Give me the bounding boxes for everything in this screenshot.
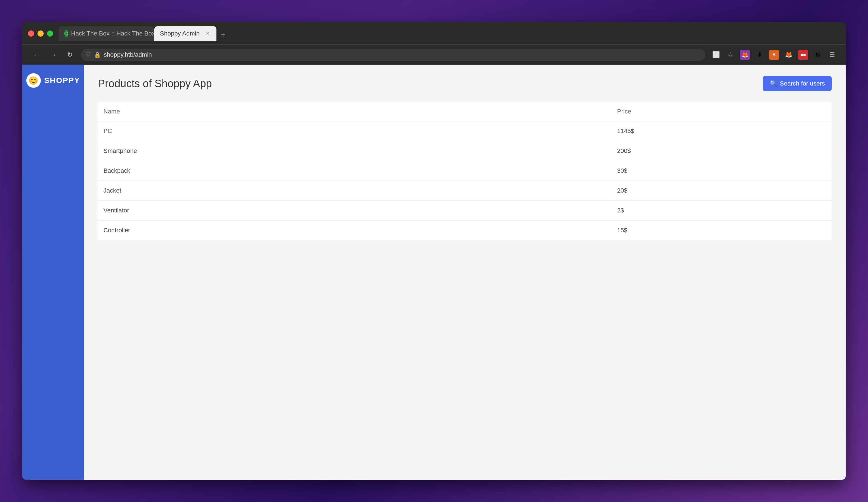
translate-icon[interactable]: ⬜ xyxy=(711,50,721,60)
product-name: Smartphone xyxy=(98,141,612,161)
table-row: Ventilator2$ xyxy=(98,201,831,221)
back-button[interactable]: ← xyxy=(31,49,42,60)
foxy-icon[interactable]: 🦊 xyxy=(784,50,794,60)
table-row: Backpack30$ xyxy=(98,161,831,181)
pocket-icon[interactable]: 🦊 xyxy=(740,50,750,60)
products-tbody: PC1145$Smartphone200$Backpack30$Jacket20… xyxy=(98,121,831,240)
url-text: shoppy.htb/admin xyxy=(104,51,152,59)
browser-content: 😊 SHOPPY Products of Shoppy App 🔍 Search… xyxy=(22,65,846,480)
search-button-label: Search for users xyxy=(780,80,825,87)
fullscreen-button[interactable] xyxy=(47,30,53,36)
minimize-button[interactable] xyxy=(38,30,44,36)
product-name: Controller xyxy=(98,221,612,240)
logo-icon: 😊 xyxy=(26,73,41,88)
product-price: 20$ xyxy=(612,181,831,201)
table-row: PC1145$ xyxy=(98,121,831,141)
product-price: 2$ xyxy=(612,201,831,221)
search-icon: 🔍 xyxy=(769,80,777,87)
ext-icon-2[interactable]: N xyxy=(813,50,823,60)
bookmark-icon[interactable]: ☆ xyxy=(725,50,735,60)
page-title: Products of Shoppy App xyxy=(98,78,212,90)
burp-icon[interactable]: B xyxy=(769,50,779,60)
product-price: 1145$ xyxy=(612,121,831,141)
product-price: 200$ xyxy=(612,141,831,161)
new-tab-button[interactable]: + xyxy=(217,29,229,41)
address-bar: ← → ↻ 🛡 🔒 shoppy.htb/admin ⬜ ☆ 🦊 ⬇ B 🦊 ■… xyxy=(22,45,846,65)
products-table: Name Price PC1145$Smartphone200$Backpack… xyxy=(98,102,831,240)
product-name: Jacket xyxy=(98,181,612,201)
tab-shoppy-close[interactable]: ✕ xyxy=(205,30,211,36)
table-row: Controller15$ xyxy=(98,221,831,240)
title-bar: ⬡ Hack The Box :: Hack The Box ✕ Shoppy … xyxy=(22,22,846,45)
table-row: Smartphone200$ xyxy=(98,141,831,161)
logo-emoji: 😊 xyxy=(29,76,38,85)
product-price: 15$ xyxy=(612,221,831,240)
col-header-price: Price xyxy=(612,102,831,121)
table-row: Jacket20$ xyxy=(98,181,831,201)
sidebar: 😊 SHOPPY xyxy=(22,65,84,480)
product-price: 30$ xyxy=(612,161,831,181)
secure-icon: 🔒 xyxy=(94,51,101,58)
sidebar-logo: 😊 SHOPPY xyxy=(26,73,80,88)
reload-button[interactable]: ↻ xyxy=(64,49,75,60)
close-button[interactable] xyxy=(28,30,34,36)
tabs-area: ⬡ Hack The Box :: Hack The Box ✕ Shoppy … xyxy=(59,26,840,41)
download-icon[interactable]: ⬇ xyxy=(754,50,765,60)
main-content: Products of Shoppy App 🔍 Search for user… xyxy=(84,65,846,480)
htb-favicon: ⬡ xyxy=(64,30,68,38)
table-header: Name Price xyxy=(98,102,831,121)
lock-icon: 🛡 xyxy=(85,51,91,58)
browser-window: ⬡ Hack The Box :: Hack The Box ✕ Shoppy … xyxy=(22,22,846,480)
menu-icon[interactable]: ☰ xyxy=(827,50,837,60)
forward-icon: → xyxy=(50,51,56,59)
back-icon: ← xyxy=(33,51,40,59)
logo-text: SHOPPY xyxy=(44,76,80,85)
tab-shoppy[interactable]: Shoppy Admin ✕ xyxy=(154,26,216,41)
ext-icon-1[interactable]: ■■ xyxy=(798,50,808,60)
forward-button[interactable]: → xyxy=(48,49,59,60)
traffic-lights xyxy=(28,30,53,36)
tab-htb[interactable]: ⬡ Hack The Box :: Hack The Box ✕ xyxy=(59,26,154,41)
col-header-name: Name xyxy=(98,102,612,121)
product-name: Ventilator xyxy=(98,201,612,221)
tab-htb-label: Hack The Box :: Hack The Box xyxy=(71,30,155,37)
toolbar-right: ⬜ ☆ 🦊 ⬇ B 🦊 ■■ N ☰ xyxy=(711,50,837,60)
page-header: Products of Shoppy App 🔍 Search for user… xyxy=(98,76,831,91)
search-users-button[interactable]: 🔍 Search for users xyxy=(763,76,831,91)
reload-icon: ↻ xyxy=(67,51,73,59)
tab-shoppy-label: Shoppy Admin xyxy=(160,30,200,37)
url-bar[interactable]: 🛡 🔒 shoppy.htb/admin xyxy=(81,49,705,61)
product-name: Backpack xyxy=(98,161,612,181)
product-name: PC xyxy=(98,121,612,141)
